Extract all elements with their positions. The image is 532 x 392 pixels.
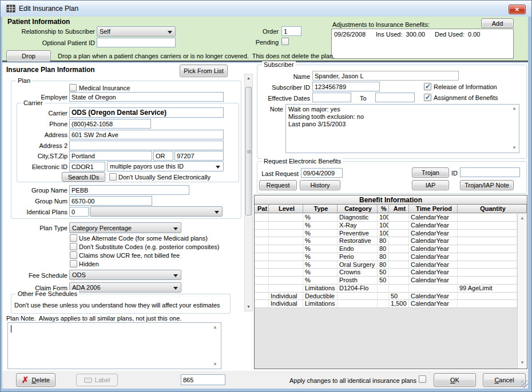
last-request-input[interactable] — [301, 168, 343, 178]
benefit-row[interactable]: %Endo80CalendarYear — [255, 245, 517, 253]
resize-grip[interactable] — [521, 381, 529, 388]
trojan-id-input[interactable] — [460, 167, 520, 177]
drop-plan-button[interactable]: Drop — [6, 50, 51, 62]
request-benefits-legend: Request Electronic Benefits — [262, 158, 343, 165]
add-adjustment-button[interactable]: Add — [481, 18, 514, 28]
cancel-button[interactable]: Cancel — [483, 373, 526, 387]
apply-changes-checkbox[interactable] — [419, 375, 426, 383]
benefit-cell — [378, 300, 389, 307]
benefit-cell — [458, 245, 517, 253]
benefit-row[interactable]: LimitationsD1204-Flo99 AgeLimit — [255, 285, 517, 293]
label-button-label: Label — [95, 377, 110, 383]
delete-button[interactable]: ✗Delete — [16, 373, 55, 387]
benefit-cell — [389, 277, 409, 284]
use-alternate-code-checkbox[interactable] — [70, 234, 77, 242]
electronic-id-input[interactable] — [69, 162, 105, 171]
medical-insurance-checkbox[interactable] — [69, 84, 77, 91]
scroll-down-icon[interactable]: ▼ — [245, 303, 252, 311]
scroll-up-icon[interactable]: ▲ — [520, 216, 525, 221]
benefit-row[interactable]: %Prosth50CalendarYear — [255, 277, 517, 285]
ok-button[interactable]: OK — [434, 373, 476, 387]
subscriber-note-textarea[interactable]: Wait on major: yes Missing tooth exclusi… — [285, 104, 519, 153]
phone-label: Phone — [6, 121, 68, 128]
address2-input[interactable] — [69, 141, 224, 150]
employer-input[interactable] — [69, 92, 224, 102]
benefit-cell — [269, 253, 303, 261]
benefit-row[interactable]: %Crowns50CalendarYear — [255, 269, 517, 277]
pending-checkbox[interactable] — [281, 38, 289, 45]
trojan-button[interactable]: Trojan — [412, 167, 449, 178]
history-button[interactable]: History — [300, 180, 340, 190]
adjustment-date[interactable]: 09/26/2008 — [334, 31, 366, 38]
benefit-row[interactable]: %Diagnostic100CalendarYear — [255, 214, 517, 222]
benefit-table-scrollbar[interactable]: ▲ ▼ — [517, 214, 527, 369]
iap-button[interactable]: IAP — [412, 180, 449, 190]
order-input[interactable] — [281, 26, 301, 36]
benefit-row[interactable]: %Oral Surgery80CalendarYear — [255, 261, 517, 269]
benefit-table-header: Pat Level Type Category % Amt Time Perio… — [255, 205, 527, 213]
assignment-of-benefits-checkbox[interactable] — [424, 94, 431, 101]
group-name-input[interactable] — [69, 185, 189, 195]
effective-from-input[interactable] — [312, 93, 351, 102]
phone-input[interactable] — [69, 119, 151, 129]
dont-send-electronically-checkbox[interactable] — [109, 173, 117, 181]
plan-note-label: Plan Note. Always applies to all similar… — [6, 315, 181, 322]
effective-to-input[interactable] — [375, 93, 415, 102]
benefit-row[interactable]: %Restorative80CalendarYear — [255, 237, 517, 245]
col-header-percent: % — [378, 205, 389, 213]
claims-show-ucr-checkbox[interactable] — [70, 251, 77, 259]
benefit-row[interactable]: %Preventive100CalendarYear — [255, 230, 517, 238]
state-input[interactable] — [153, 151, 173, 161]
benefit-cell: % — [303, 245, 338, 253]
chevron-down-icon — [216, 166, 220, 169]
benefit-cell — [458, 300, 517, 307]
benefit-row[interactable]: IndividualDeductible50CalendarYear — [255, 293, 517, 301]
trojan-iap-note-button[interactable]: Trojan/IAP Note — [460, 180, 514, 190]
zip-input[interactable] — [174, 151, 224, 161]
relationship-value: Self — [97, 28, 110, 35]
identical-plans-input[interactable] — [69, 207, 89, 217]
dont-substitute-codes-checkbox[interactable] — [70, 243, 77, 250]
claim-form-select[interactable]: ADA 2006 — [69, 282, 181, 293]
medical-insurance-label: Medical Insurance — [79, 85, 130, 92]
search-ids-button[interactable]: Search IDs — [62, 172, 105, 182]
title-bar[interactable]: Edit Insurance Plan ✕ — [1, 1, 532, 17]
payor-id-select[interactable]: multiple payors use this ID — [107, 161, 224, 171]
close-button[interactable]: ✕ — [509, 5, 526, 14]
subscriber-id-input[interactable] — [312, 82, 380, 91]
benefit-cell: % — [303, 237, 338, 245]
plan-type-select[interactable]: Category Percentage — [69, 222, 181, 233]
benefit-cell — [389, 230, 409, 237]
relationship-select[interactable]: Self — [97, 26, 176, 37]
dont-send-electronically-label: Don't Usually Send Electronically — [118, 174, 211, 181]
group-num-input[interactable] — [69, 196, 152, 206]
plan-num-input[interactable] — [181, 374, 225, 385]
effective-dates-label: Effective Dates — [219, 95, 310, 102]
request-button[interactable]: Request — [259, 180, 297, 190]
optional-patient-id-input[interactable] — [97, 38, 176, 47]
benefit-cell: % — [303, 253, 338, 261]
benefit-cell: Limitations — [303, 285, 338, 292]
release-of-information-checkbox[interactable] — [424, 83, 431, 90]
plan-note-textarea[interactable] — [7, 322, 221, 369]
benefit-cell — [458, 261, 517, 269]
benefit-cell — [458, 237, 517, 245]
address-input[interactable] — [69, 130, 224, 139]
benefit-row[interactable]: %X-Ray100CalendarYear — [255, 222, 517, 230]
scroll-down-icon[interactable]: ▼ — [520, 361, 525, 365]
scroll-up-icon[interactable]: ▲ — [512, 106, 517, 111]
benefit-cell: CalendarYear — [409, 222, 458, 229]
benefit-row[interactable]: IndividualLimitations1,500CalendarYear — [255, 300, 517, 308]
subscriber-group-legend: Subscriber — [262, 61, 296, 68]
benefit-row[interactable]: %Perio80CalendarYear — [255, 253, 517, 261]
carrier-input[interactable] — [69, 107, 224, 118]
label-button[interactable]: Label — [76, 374, 118, 386]
scroll-down-icon[interactable]: ▼ — [512, 146, 517, 150]
hidden-checkbox[interactable] — [70, 260, 77, 267]
scroll-up-icon[interactable]: ▲ — [213, 325, 217, 330]
fee-schedule-select[interactable]: ODS — [69, 270, 181, 280]
scroll-down-icon[interactable]: ▼ — [213, 362, 217, 367]
benefit-cell — [338, 293, 378, 300]
city-input[interactable] — [69, 151, 152, 161]
identical-plans-select[interactable] — [90, 206, 223, 217]
